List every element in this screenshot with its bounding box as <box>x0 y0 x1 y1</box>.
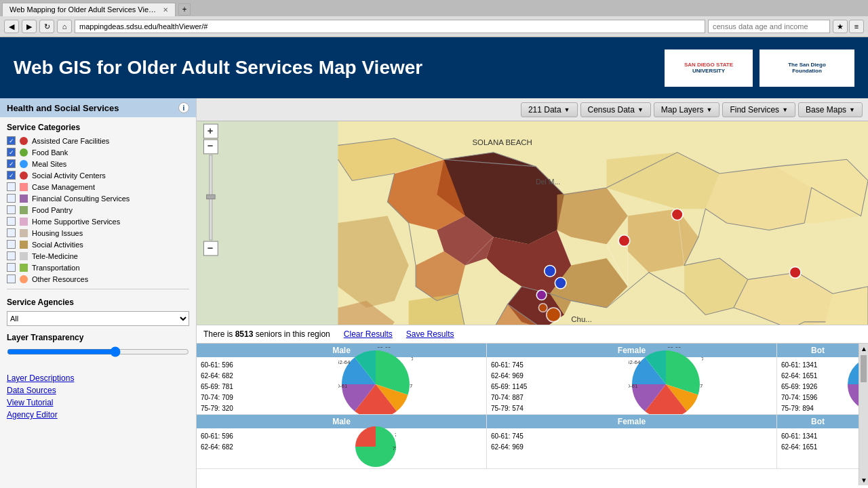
service-checkbox[interactable] <box>7 159 16 168</box>
service-item: Financial Consulting Services <box>0 192 196 204</box>
service-checkbox[interactable] <box>7 217 16 226</box>
svg-point-29 <box>671 209 683 220</box>
scroll-up-btn[interactable]: ▲ <box>859 344 868 354</box>
chart-both-2-header: Bot <box>777 415 859 428</box>
transparency-slider[interactable] <box>7 346 189 357</box>
sidebar-link-layer-descriptions[interactable]: Layer Descriptions <box>7 373 189 383</box>
chart-female-2: Female 60-61: 745 62-64: 969 <box>487 415 777 468</box>
service-item: Social Activities <box>0 239 196 250</box>
url-bar[interactable] <box>75 20 705 33</box>
svg-text:85: 85 <box>338 413 344 414</box>
sidebar-link-view-tutorial[interactable]: View Tutorial <box>7 398 189 407</box>
chart-male-2: Male 60-61: 596 62-64: 682 <box>197 415 487 468</box>
svg-text:80-84: 80-84 <box>686 413 701 414</box>
chart-male-data: 60-61: 596 62-64: 682 65-69: 781 70-74: … <box>197 357 264 411</box>
forward-btn[interactable]: ▶ <box>22 20 37 33</box>
svg-text:62-64: 62-64 <box>338 359 351 365</box>
svg-text:70-74: 70-74 <box>395 432 396 437</box>
service-checkbox[interactable] <box>7 251 16 260</box>
home-btn[interactable]: ⌂ <box>57 20 72 33</box>
service-categories-label: Service Categories <box>0 117 196 135</box>
app-wrapper: Web GIS for Older Adult Services Map Vie… <box>0 37 868 488</box>
svg-point-31 <box>545 266 556 277</box>
sidebar: Health and Social Services i Service Cat… <box>0 98 197 488</box>
bookmark-btn[interactable]: ★ <box>833 20 848 33</box>
save-results-link[interactable]: Save Results <box>406 329 454 339</box>
chart-male-content: 60-61: 596 62-64: 682 65-69: 781 70-74: … <box>197 357 486 411</box>
find-services-btn[interactable]: Find Services ▼ <box>722 102 795 117</box>
svg-text:70-74: 70-74 <box>411 356 413 362</box>
charts-row-2: Male 60-61: 596 62-64: 682 <box>197 415 859 469</box>
browser-tab[interactable]: Web Mapping for Older Adult Services Vie… <box>2 3 176 16</box>
sidebar-links: Layer DescriptionsData SourcesView Tutor… <box>0 373 196 420</box>
sidebar-link-data-sources[interactable]: Data Sources <box>7 386 189 395</box>
census-dropdown-arrow: ▼ <box>637 106 644 113</box>
tab-close-btn[interactable]: ✕ <box>163 6 168 14</box>
scroll-thumb[interactable] <box>861 355 867 382</box>
results-count: There is 8513 seniors in this region <box>203 329 330 339</box>
svg-text:Chu...: Chu... <box>571 315 592 323</box>
service-color <box>20 183 28 191</box>
service-label: Other Resources <box>32 275 88 283</box>
foundation-logo: The San Diego Foundation <box>760 49 854 87</box>
svg-text:SOLANA BEACH: SOLANA BEACH <box>472 138 532 146</box>
new-tab-btn[interactable]: + <box>178 3 191 16</box>
chart-female-2-content: 60-61: 745 62-64: 969 <box>487 428 776 466</box>
service-checkbox[interactable] <box>7 148 16 157</box>
svg-text:Del M...: Del M... <box>536 178 560 186</box>
map-container[interactable]: SOLANA BEACH Del M... Chu... San Intl...… <box>197 121 868 325</box>
browser-search[interactable] <box>708 20 830 33</box>
map-area: 211 Data ▼ Census Data ▼ Map Layers ▼ Fi… <box>197 98 868 488</box>
info-icon[interactable]: i <box>178 102 189 113</box>
service-label: Housing Issues <box>32 229 83 237</box>
service-checkbox[interactable] <box>7 182 16 191</box>
service-checkbox[interactable] <box>7 171 16 180</box>
chart-female-pie: 70-74 75-79 80-84 85 60-61 62-64 65-69 <box>555 357 776 411</box>
service-checkbox[interactable] <box>7 240 16 249</box>
app-title: Web GIS for Older Adult Services Map Vie… <box>14 57 422 79</box>
svg-text:75-79: 75-79 <box>393 446 396 451</box>
svg-text:70-74: 70-74 <box>701 356 703 362</box>
svg-text:65-69: 65-69 <box>377 347 391 349</box>
results-scrollbar[interactable]: ▲ ▼ <box>859 344 868 485</box>
census-btn[interactable]: Census Data ▼ <box>580 102 651 117</box>
chart-both-header: Bot <box>777 344 859 357</box>
chart-female-2-data: 60-61: 745 62-64: 969 <box>487 428 555 466</box>
service-checkbox[interactable] <box>7 194 16 203</box>
service-color <box>20 171 28 180</box>
svg-point-28 <box>618 235 630 247</box>
svg-point-35 <box>547 308 561 322</box>
scroll-down-btn[interactable]: ▼ <box>859 475 868 485</box>
chart-male-2-content: 60-61: 596 62-64: 682 70-74 75- <box>197 428 486 466</box>
service-checkbox[interactable] <box>7 205 16 214</box>
service-color <box>20 137 28 145</box>
chart-both-2: Bot 60-61: 1341 62-64: 1651 <box>777 415 859 468</box>
sidebar-link-agency-editor[interactable]: Agency Editor <box>7 410 189 420</box>
svg-text:85: 85 <box>629 413 635 414</box>
menu-btn[interactable]: ≡ <box>849 20 864 33</box>
back-btn[interactable]: ◀ <box>4 20 19 33</box>
agencies-select[interactable]: All <box>7 311 189 326</box>
service-checkbox[interactable] <box>7 274 16 283</box>
svg-text:60-61: 60-61 <box>338 383 348 389</box>
tab-title: Web Mapping for Older Adult Services Vie… <box>9 5 159 14</box>
charts-scroll-area: Male 60-61: 596 62-64: 682 65-69: 781 70… <box>197 344 859 485</box>
service-checkbox[interactable] <box>7 263 16 272</box>
chart-both-pie: 70-74 65-69 <box>845 357 859 411</box>
map-svg: SOLANA BEACH Del M... Chu... San Intl...… <box>197 121 868 325</box>
layers-btn[interactable]: Map Layers ▼ <box>654 102 720 117</box>
service-color <box>20 206 28 214</box>
service-checkbox[interactable] <box>7 136 16 145</box>
service-list: Assisted Care FacilitiesFood BankMeal Si… <box>0 135 196 285</box>
basemap-btn[interactable]: Base Maps ▼ <box>798 102 863 117</box>
refresh-btn[interactable]: ↻ <box>39 20 54 33</box>
service-label: Financial Consulting Services <box>32 195 130 203</box>
clear-results-link[interactable]: Clear Results <box>344 329 393 339</box>
service-checkbox[interactable] <box>7 228 16 237</box>
service-color <box>20 195 28 203</box>
service-label: Social Activity Centers <box>32 171 106 180</box>
data-btn[interactable]: 211 Data ▼ <box>521 102 578 117</box>
chart-male-2-pie: 70-74 75-79 <box>264 428 486 466</box>
service-color <box>20 229 28 237</box>
service-label: Food Bank <box>32 148 68 157</box>
